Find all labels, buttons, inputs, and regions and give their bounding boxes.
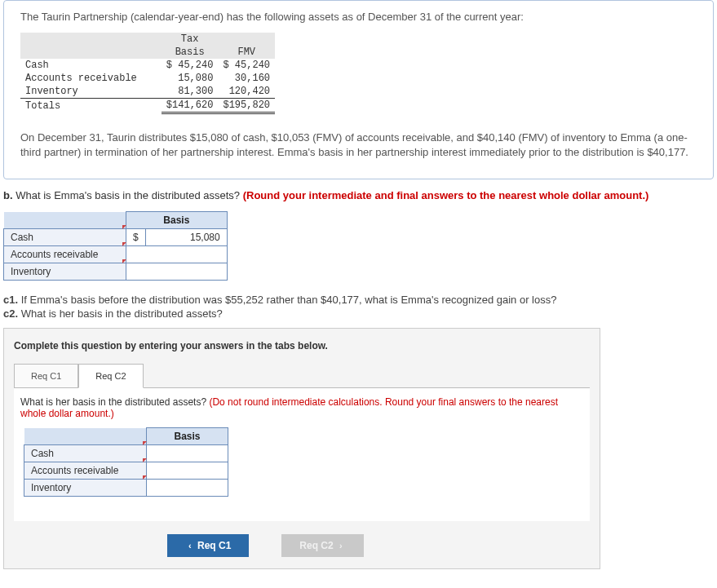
basis-header: Basis — [126, 212, 228, 229]
hdr-fmv: FMV — [218, 46, 275, 59]
value-cell-inv[interactable] — [147, 480, 228, 497]
row-label: Inventory — [20, 85, 162, 99]
row-label: Accounts receivable — [4, 246, 126, 263]
answer-table-b: Basis Cash $ 15,080 Accounts receivable … — [3, 211, 228, 281]
next-button[interactable]: Req C2 › — [281, 534, 363, 557]
value-cell-cash[interactable]: 15,080 — [145, 229, 227, 246]
row-label: Cash — [20, 59, 162, 72]
tab-container: Complete this question by entering your … — [3, 328, 600, 569]
totals-basis: $141,620 — [162, 99, 219, 113]
tab-instructions: Complete this question by entering your … — [4, 329, 600, 363]
value-cell-inv[interactable] — [126, 263, 228, 281]
hdr-basis: Basis — [162, 46, 219, 59]
qb-text: What is Emma's basis in the distributed … — [13, 189, 243, 201]
tab-strip: Req C1 Req C2 — [4, 363, 600, 387]
qb-note: (Round your intermediate and final answe… — [243, 189, 649, 201]
value-cell-ar[interactable] — [147, 462, 228, 480]
totals-label: Totals — [20, 99, 162, 113]
row-label: Accounts receivable — [24, 462, 147, 480]
row-label: Inventory — [4, 263, 126, 281]
row-label: Accounts receivable — [20, 72, 162, 85]
qb-prefix: b. — [3, 189, 13, 201]
chevron-left-icon: ‹ — [188, 541, 192, 550]
problem-context: The Taurin Partnership (calendar-year-en… — [3, 0, 714, 179]
cell-fmv: $ 45,240 — [218, 59, 275, 72]
row-label: Inventory — [24, 480, 147, 497]
cell-fmv: 120,420 — [218, 85, 275, 99]
tab-body: What is her basis in the distributed ass… — [14, 387, 590, 521]
tab-req-c1[interactable]: Req C1 — [14, 364, 78, 388]
cell-fmv: 30,160 — [218, 72, 275, 85]
row-label: Cash — [24, 445, 147, 462]
totals-fmv: $195,820 — [218, 99, 275, 113]
cell-basis: $ 45,240 — [162, 59, 219, 72]
prev-button[interactable]: ‹ Req C1 — [167, 534, 249, 557]
cell-basis: 81,300 — [162, 85, 219, 99]
question-c2: c2. What is her basis in the distributed… — [3, 307, 714, 320]
distribution-paragraph: On December 31, Taurin distributes $15,0… — [20, 130, 697, 159]
basis-header: Basis — [147, 428, 228, 445]
nav-buttons: ‹ Req C1 Req C2 › — [4, 531, 600, 568]
question-b: b. What is Emma's basis in the distribut… — [3, 189, 714, 201]
answer-table-c2: Basis Cash Accounts receivable Inventory — [24, 427, 228, 497]
value-cell-ar[interactable] — [126, 246, 228, 263]
value-cell-cash[interactable] — [147, 445, 228, 462]
tab-req-c2[interactable]: Req C2 — [78, 364, 143, 388]
currency-cell[interactable]: $ — [126, 229, 146, 246]
question-c1: c1. If Emma's basis before the distribut… — [3, 294, 714, 306]
row-label: Cash — [4, 229, 126, 246]
tab-question: What is her basis in the distributed ass… — [20, 396, 583, 419]
assets-table: Tax Basis FMV Cash $ 45,240 $ 45,240 Acc… — [20, 33, 275, 114]
intro-text: The Taurin Partnership (calendar-year-en… — [20, 11, 697, 23]
chevron-right-icon: › — [339, 541, 343, 550]
hdr-tax: Tax — [162, 33, 219, 46]
cell-basis: 15,080 — [162, 72, 219, 85]
